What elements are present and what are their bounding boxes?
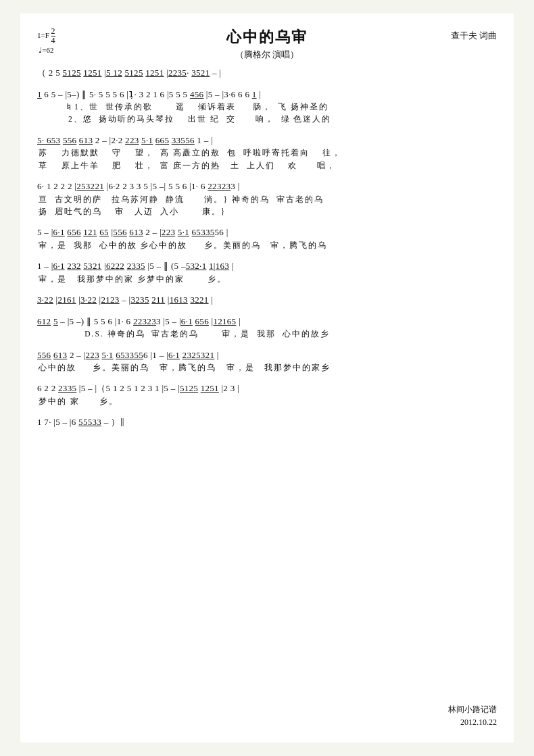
row-group-6: 1 – |6·1 232 5321 |6222 2335 |5 – ‖ (5 –… [37,259,497,285]
tempo: ♩=62 [39,46,53,54]
composer: 查干夫 词曲 [451,30,497,42]
music-row-8: 612 5 – |5 –) ‖ 5 5 6 |1· 6 223233 |5 – … [37,315,497,341]
notation-11: 1 7· |5 – |6 55533 – ）‖ [37,415,497,429]
notation-7: 3·22 |2161 |3·22 |2123 – |3235 211 |1613… [37,293,497,307]
music-row-7: 3·22 |2161 |3·22 |2123 – |3235 211 |1613… [37,293,497,307]
row-group-1: （ 2 5 5125 1251 |5 12 5125 1251 |2235· 3… [37,66,497,80]
lyrics-2b: 2、悠 扬动听的马头琴拉 出世 纪 交 响， 绿 色迷人的 [37,113,497,125]
song-title: 心中的乌审 [37,27,497,47]
music-row-11: 1 7· |5 – |6 55533 – ）‖ [37,415,497,429]
music-row-5: 5 – |6·1 656 121 65 |556 613 2 – |223 5·… [37,226,497,251]
row-group-11: 1 7· |5 – |6 55533 – ）‖ [37,415,497,429]
notation-2: 1 6 5 – |5–) ‖ 5· 5 5 5 6 |1̣· 3 2 1 6 |… [37,88,497,101]
notation-9: 556 613 2 – |223 5·1 6533556 |1 – |6·1 2… [37,349,497,362]
lyrics-10a: 梦中的 家 乡。 [37,395,497,407]
music-content: （ 2 5 5125 1251 |5 12 5125 1251 |2235· 3… [37,66,497,429]
row-group-4: 6· 1 2 2 2 |253221 |6·2 2 3 3 5 |5 –| 5 … [37,180,497,218]
notation-3: 5· 653 556 613 2 – |2·2 223 5·1 665 3355… [37,134,497,147]
lyrics-5a: 审，是 我那 心中的故 乡心中的故 乡。美丽的乌 审，腾飞的乌 [37,239,497,251]
footer: 林间小路记谱 2012.10.22 [448,703,497,729]
notation-1: （ 2 5 5125 1251 |5 12 5125 1251 |2235· 3… [37,66,497,80]
row-group-10: 6 2 2 2335 |5 – |（5 1 2 5 1 2 3 1 |5 – |… [37,382,497,407]
lyrics-4a: 亘 古文明的萨 拉乌苏河静 静流 淌。} 神奇的乌 审古老的乌 [37,193,497,205]
music-row-1: （ 2 5 5125 1251 |5 12 5125 1251 |2235· 3… [37,66,497,80]
row-group-8: 612 5 – |5 –) ‖ 5 5 6 |1· 6 223233 |5 – … [37,315,497,341]
page: 1=F 2 4 ♩=62 心中的乌审 （腾格尔 演唱） 查干夫 词曲 （ 2 5… [20,14,514,742]
lyrics-9a: 心中的故 乡。美丽的乌 审，腾飞的乌 审，是 我那梦中的家乡 [37,361,497,374]
lyrics-3b: 草 原上牛羊 肥 壮， 富 庶一方的热 土 上人们 欢 唱， [37,159,497,172]
music-row-10: 6 2 2 2335 |5 – |（5 1 2 5 1 2 3 1 |5 – |… [37,382,497,407]
row-group-5: 5 – |6·1 656 121 65 |556 613 2 – |223 5·… [37,226,497,251]
lyrics-3a: 苏 力德默默 守 望， 高 高矗立的敖 包 呼啦呼寄托着向 往， [37,147,497,159]
time-signature: 2 4 [51,27,55,45]
lyrics-4b: 扬 眉吐气的乌 审 人迈 入小 康。} [37,205,497,218]
music-row-3: 5· 653 556 613 2 – |2·2 223 5·1 665 3355… [37,134,497,172]
key-info: 1=F 2 4 ♩=62 [37,27,55,55]
music-row-6: 1 – |6·1 232 5321 |6222 2335 |5 – ‖ (5 –… [37,259,497,285]
lyrics-8a: D.S. 神奇的乌 审古老的乌 审，是 我那 心中的故乡 [37,328,497,340]
song-subtitle: （腾格尔 演唱） [37,49,497,61]
row-group-9: 556 613 2 – |223 5·1 6533556 |1 – |6·1 2… [37,349,497,374]
notation-4: 6· 1 2 2 2 |253221 |6·2 2 3 3 5 |5 –| 5 … [37,180,497,193]
header: 1=F 2 4 ♩=62 心中的乌审 （腾格尔 演唱） 查干夫 词曲 [37,27,497,61]
footer-source: 林间小路记谱 [448,703,497,716]
row-group-2: 1 6 5 – |5–) ‖ 5· 5 5 5 6 |1̣· 3 2 1 6 |… [37,88,497,126]
footer-date: 2012.10.22 [448,716,497,729]
key-label: 1=F [37,31,49,39]
lyrics-2a: ♮1、世 世传承的歌 遥 倾诉着表 肠， 飞 扬神圣的 [37,101,497,113]
notation-5: 5 – |6·1 656 121 65 |556 613 2 – |223 5·… [37,226,497,239]
music-row-9: 556 613 2 – |223 5·1 6533556 |1 – |6·1 2… [37,349,497,374]
music-row-4: 6· 1 2 2 2 |253221 |6·2 2 3 3 5 |5 –| 5 … [37,180,497,218]
music-row-2: 1 6 5 – |5–) ‖ 5· 5 5 5 6 |1̣· 3 2 1 6 |… [37,88,497,126]
notation-8: 612 5 – |5 –) ‖ 5 5 6 |1· 6 223233 |5 – … [37,315,497,328]
notation-6: 1 – |6·1 232 5321 |6222 2335 |5 – ‖ (5 –… [37,259,497,273]
lyrics-6a: 审，是 我那梦中的家 乡梦中的家 乡。 [37,273,497,285]
row-group-7: 3·22 |2161 |3·22 |2123 – |3235 211 |1613… [37,293,497,307]
row-group-3: 5· 653 556 613 2 – |2·2 223 5·1 665 3355… [37,134,497,172]
notation-10: 6 2 2 2335 |5 – |（5 1 2 5 1 2 3 1 |5 – |… [37,382,497,395]
